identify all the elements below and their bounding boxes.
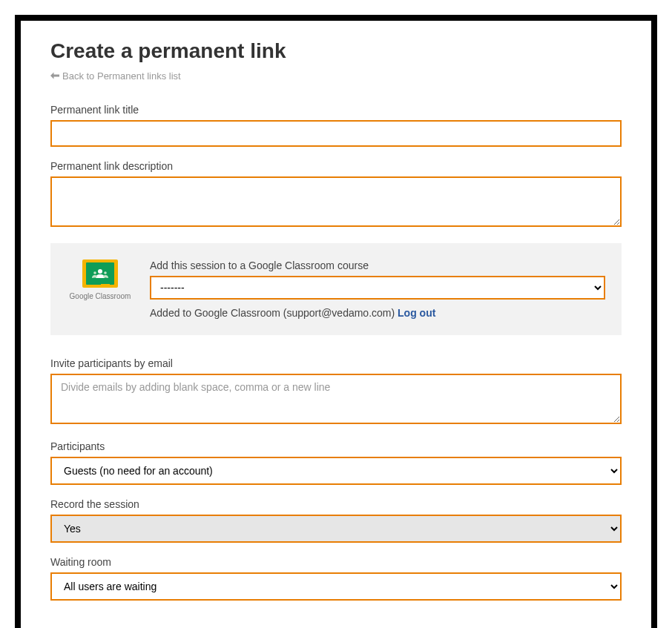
participants-label: Participants <box>50 440 622 452</box>
record-group: Record the session Yes <box>50 498 622 543</box>
arrow-left-icon <box>50 70 59 82</box>
classroom-course-select[interactable]: ------- <box>150 276 605 300</box>
record-label: Record the session <box>50 498 622 510</box>
classroom-status-prefix: Added to Google Classroom ( <box>150 307 286 319</box>
participants-group: Participants Guests (no need for an acco… <box>50 440 622 485</box>
waiting-room-label: Waiting room <box>50 556 622 568</box>
title-group: Permanent link title <box>50 104 622 147</box>
participants-select[interactable]: Guests (no need for an account) <box>50 457 622 485</box>
back-link[interactable]: Back to Permanent links list <box>50 70 181 82</box>
classroom-content: Add this session to a Google Classroom c… <box>150 260 605 319</box>
classroom-logo: Google Classroom <box>67 260 134 300</box>
form-container: Create a permanent link Back to Permanen… <box>15 15 657 628</box>
logout-link[interactable]: Log out <box>398 307 435 319</box>
waiting-room-group: Waiting room All users are waiting <box>50 556 622 601</box>
back-link-text: Back to Permanent links list <box>62 70 181 82</box>
classroom-status-email: support@vedamo.com <box>286 307 391 319</box>
classroom-status-suffix: ) <box>392 307 398 319</box>
classroom-panel: Google Classroom Add this session to a G… <box>50 243 622 335</box>
page-title: Create a permanent link <box>50 39 622 63</box>
title-input[interactable] <box>50 120 622 147</box>
svg-point-1 <box>93 271 96 274</box>
classroom-add-label: Add this session to a Google Classroom c… <box>150 260 605 271</box>
classroom-status: Added to Google Classroom (support@vedam… <box>150 307 605 319</box>
invite-label: Invite participants by email <box>50 357 622 369</box>
waiting-room-select[interactable]: All users are waiting <box>50 572 622 601</box>
record-select[interactable]: Yes <box>50 515 622 543</box>
invite-input[interactable] <box>50 374 622 424</box>
description-group: Permanent link description <box>50 160 622 230</box>
description-input[interactable] <box>50 176 622 227</box>
title-label: Permanent link title <box>50 104 622 116</box>
invite-group: Invite participants by email <box>50 357 622 427</box>
classroom-logo-text: Google Classroom <box>70 292 131 300</box>
description-label: Permanent link description <box>50 160 622 172</box>
google-classroom-icon <box>82 260 118 288</box>
svg-point-0 <box>98 269 102 274</box>
svg-point-2 <box>104 271 107 274</box>
